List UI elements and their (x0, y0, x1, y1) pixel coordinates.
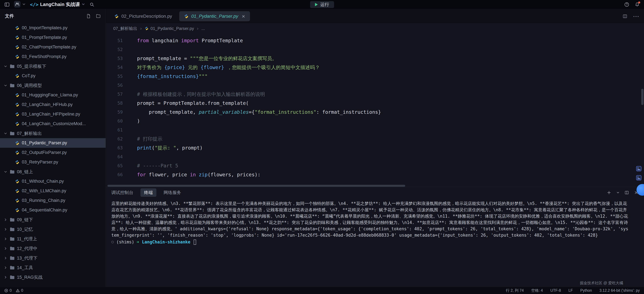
command-decoration-icon[interactable] (111, 241, 114, 243)
tree-item-file[interactable]: 02_With_LLMChain.py (0, 186, 106, 196)
split-editor-icon[interactable] (622, 14, 628, 19)
scrollbar-thumb[interactable] (108, 185, 405, 187)
tree-item-file[interactable]: 03_Running_Chain.py (0, 196, 106, 205)
tree-item-file[interactable]: 00_ImportTemplates.py (0, 23, 106, 33)
tree-item-file[interactable]: 01_HugggingFace_Llama.py (0, 90, 106, 100)
line-number: 60 (106, 117, 132, 126)
tree-item-file[interactable]: 03_FewShotPrompt.py (0, 52, 106, 61)
cursor-position[interactable]: 行 2, 列 74 (506, 288, 524, 293)
python-icon (15, 179, 20, 184)
line-number: 54 (106, 63, 132, 72)
run-button[interactable]: 运行 (310, 1, 334, 8)
code-line[interactable]: 63print("提示: ", prompt) (106, 143, 644, 152)
code-editor[interactable]: 51from langchain import PromptTemplate52… (106, 33, 644, 185)
project-menu-button[interactable]: </> LangChain 实战课 (30, 1, 85, 8)
tree-item-file[interactable]: 02_ChatPromptTemplate.py (0, 42, 106, 52)
chevron-down-icon[interactable] (616, 191, 620, 194)
tree-item-file[interactable]: 03_RetryParser.py (0, 157, 106, 167)
tree-item-folder[interactable]: 12_代理中 (0, 244, 106, 253)
code-line[interactable]: 57# 根据模板创建提示，同时在提示中加入输出解析器的说明 (106, 90, 644, 99)
python-interpreter[interactable]: 3.12.2 64-bit ('shims': py (600, 288, 640, 293)
eol[interactable]: LF (568, 288, 573, 293)
new-file-icon[interactable] (86, 14, 91, 18)
close-icon[interactable]: × (242, 13, 245, 19)
encoding[interactable]: UTF-8 (550, 288, 561, 293)
code-line[interactable]: 52 (106, 45, 644, 54)
python-icon (15, 45, 20, 49)
panel-tab-debug-console[interactable]: 调试控制台 (111, 188, 133, 197)
tree-item-folder[interactable]: 07_解析输出 (0, 129, 106, 138)
tree-item-folder[interactable]: 10_记忆 (0, 224, 106, 234)
code-line[interactable]: 58prompt = PromptTemplate.from_template( (106, 99, 644, 108)
python-icon (15, 74, 20, 78)
tree-item-folder[interactable]: 11_代理上 (0, 234, 106, 244)
new-folder-icon[interactable] (96, 14, 101, 18)
panel-tab-terminal[interactable]: 终端 (140, 188, 156, 197)
new-terminal-icon[interactable] (606, 190, 612, 195)
tree-item-file[interactable]: 01_PromptTemplate.py (0, 33, 106, 42)
code-line[interactable]: 55{format_instructions}""" (106, 72, 644, 81)
code-line-content: # 根据模板创建提示，同时在提示中加入输出解析器的说明 (137, 90, 265, 99)
tree-item-label: 02_LangChain_HFHub.py (22, 102, 72, 107)
editor-vertical-scrollbar[interactable] (641, 33, 644, 185)
python-icon (15, 122, 20, 126)
code-line-content: from langchain import PromptTemplate (137, 36, 243, 45)
toggle-sidebar-icon[interactable] (4, 2, 10, 7)
tree-item-label: 04_LangChain_CustomizeMod... (22, 121, 86, 126)
run-label: 运行 (320, 2, 329, 7)
breadcrumb-symbol[interactable]: ... (201, 26, 205, 31)
panel-tab-ports[interactable]: 网络服务 (164, 188, 181, 197)
language-mode[interactable]: Python (580, 288, 592, 293)
image-widget-icon[interactable] (636, 165, 642, 172)
tree-item-file[interactable]: 04_LangChain_CustomizeMod... (0, 119, 106, 129)
problems-indicator[interactable]: 0 0 (4, 288, 23, 293)
tree-item-folder[interactable]: 08_链上 (0, 167, 106, 176)
image-widget-icon[interactable] (636, 174, 642, 181)
code-line[interactable]: 53prompt_template = """您是一位专业的鲜花店文案撰写员。 (106, 54, 644, 63)
file-tree: 00_ImportTemplates.py01_PromptTemplate.p… (0, 23, 106, 287)
tree-item-folder[interactable]: 05_提示模板下 (0, 61, 106, 71)
chevron-right-icon (4, 237, 8, 241)
code-line[interactable]: 51from langchain import PromptTemplate (106, 36, 644, 45)
tree-item-folder[interactable]: 09_链下 (0, 215, 106, 224)
terminal[interactable]: 店里的鲜花能传递美好的情感。\n3. **繁花部落**: 表示这里是一个充满各种… (106, 198, 644, 287)
code-line[interactable]: 54对于售价为 {price} 元的 {flower} ，您能提供一个吸引人的简… (106, 63, 644, 72)
tree-item-file[interactable]: 02_OutputFixParser.py (0, 148, 106, 157)
line-number: 53 (106, 54, 132, 63)
tree-item-folder[interactable]: 13_代理下 (0, 253, 106, 263)
tree-item-label: 03_Running_Chain.py (22, 198, 65, 203)
code-line[interactable]: 60) (106, 117, 644, 126)
code-line-content: for flower, price in zip(flowers, prices… (137, 170, 260, 179)
tree-item-file[interactable]: 01_Pydantic_Parser.py (0, 138, 106, 148)
breadcrumb-file[interactable]: 01_Pydantic_Parser.py (145, 26, 194, 31)
notification-dot (638, 1, 640, 3)
code-line[interactable]: 62# 打印提示 (106, 135, 644, 143)
more-actions-icon[interactable]: ⋯ (633, 13, 640, 19)
editor-horizontal-scrollbar[interactable] (106, 185, 644, 187)
editor-tab-pydantic-parser[interactable]: 01_Pydantic_Parser.py × (179, 11, 250, 21)
code-line[interactable]: 59 prompt_template, partial_variables={"… (106, 108, 644, 117)
breadcrumb-folder[interactable]: 07_解析输出 (113, 26, 137, 31)
tree-item-folder[interactable]: 06_调用模型 (0, 81, 106, 90)
help-icon[interactable] (624, 2, 629, 7)
code-line[interactable]: 56 (106, 81, 644, 90)
search-icon[interactable] (89, 2, 94, 7)
tree-item-file[interactable]: 02_LangChain_HFHub.py (0, 100, 106, 109)
workspace-menu-button[interactable] (14, 1, 26, 8)
indentation[interactable]: 空格: 4 (531, 288, 543, 293)
tree-item-file[interactable]: CoT.py (0, 71, 106, 81)
tree-item-file[interactable]: 01_Without_Chain.py (0, 176, 106, 186)
notifications-icon[interactable] (634, 2, 640, 7)
scrollbar-thumb[interactable] (641, 89, 644, 105)
tree-item-folder[interactable]: 15_RAG实战 (0, 272, 106, 282)
tree-item-file[interactable]: 03_LangChain_HFPipeline.py (0, 109, 106, 119)
code-line[interactable]: 61 (106, 126, 644, 135)
editor-tab-picture-description[interactable]: 02_PictureDescription.py (109, 11, 177, 21)
tree-item-folder[interactable]: 14_工具 (0, 263, 106, 272)
code-line[interactable]: 66for flower, price in zip(flowers, pric… (106, 170, 644, 179)
code-line[interactable]: 64 (106, 152, 644, 161)
code-line[interactable]: 65# ------Part 5 (106, 161, 644, 170)
tree-item-file[interactable]: 04_SequentialChain.py (0, 205, 106, 215)
split-panel-icon[interactable] (624, 190, 629, 195)
line-number: 55 (106, 72, 132, 81)
